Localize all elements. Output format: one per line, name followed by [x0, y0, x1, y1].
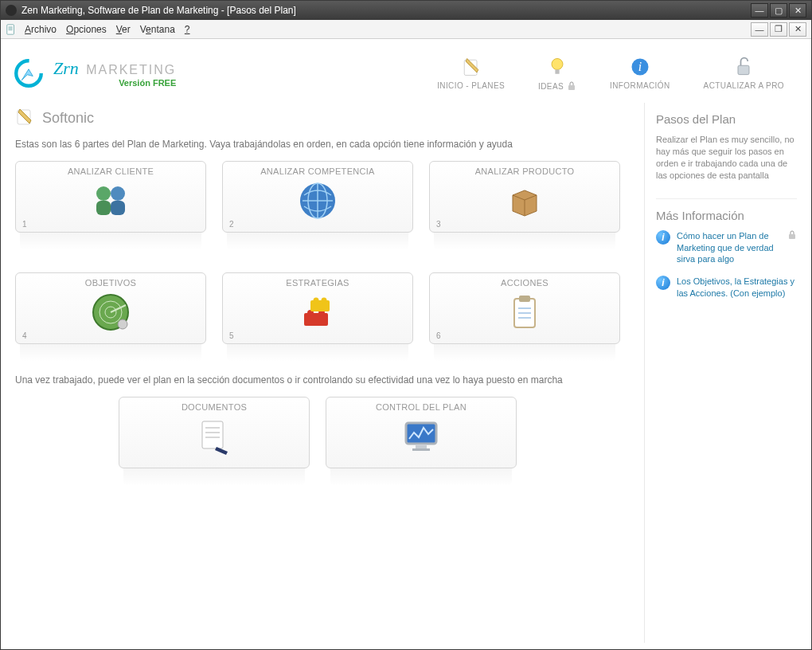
card-acciones[interactable]: ACCIONES 6 [429, 272, 620, 362]
svg-rect-7 [555, 70, 559, 74]
header: Zrn MARKETING Versión FREE INICIO - PLAN… [12, 49, 800, 98]
card-title: ANALIZAR COMPETENCIA [260, 166, 375, 176]
svg-rect-36 [202, 421, 223, 448]
card-number: 6 [436, 331, 441, 340]
nav-informacion[interactable]: i INFORMACIÓN [610, 56, 670, 91]
window-titlebar: Zen Marketing, Software de Plan de Marke… [1, 1, 811, 20]
menu-bar: Archivo Opciones Ver Ventana ? — ❐ ✕ [1, 20, 811, 39]
svg-rect-2 [9, 28, 13, 29]
menu-ventana[interactable]: Ventana [137, 22, 178, 37]
mdi-close-button[interactable]: ✕ [789, 22, 806, 37]
main-content: Softonic Estas son las 6 partes del Plan… [12, 103, 644, 643]
lightbulb-icon [546, 56, 568, 78]
card-title: CONTROL DEL PLAN [376, 402, 467, 412]
svg-rect-3 [9, 29, 13, 30]
document-icon [6, 24, 17, 35]
mdi-minimize-button[interactable]: — [751, 22, 768, 37]
card-control-del-plan[interactable]: CONTROL DEL PLAN [326, 397, 517, 486]
card-number: 3 [436, 220, 441, 229]
window-title: Zen Marketing, Software de Plan de Marke… [21, 5, 751, 16]
svg-rect-1 [9, 26, 13, 27]
card-documentos[interactable]: DOCUMENTOS [119, 397, 310, 486]
card-analizar-cliente[interactable]: ANALIZAR CLIENTE 1 [15, 161, 206, 250]
mdi-restore-button[interactable]: ❐ [770, 22, 787, 37]
menu-opciones[interactable]: Opciones [63, 22, 110, 37]
logo-marketing: MARKETING [86, 63, 176, 76]
nav-label: INICIO - PLANES [437, 81, 505, 90]
svg-point-24 [118, 319, 127, 329]
svg-rect-43 [789, 234, 795, 239]
sidebar-heading-moreinfo: Más Información [656, 209, 797, 222]
menu-help[interactable]: ? [182, 22, 193, 37]
svg-rect-14 [96, 201, 111, 215]
secondary-grid: DOCUMENTOS CONTROL DEL PLAN [15, 397, 620, 486]
card-number: 1 [22, 220, 27, 229]
window-close-button[interactable]: ✕ [789, 3, 806, 18]
nav-label: IDEAS [538, 81, 576, 91]
card-number: 4 [22, 331, 27, 340]
lego-icon [296, 291, 339, 334]
card-analizar-producto[interactable]: ANALIZAR PRODUCTO 3 [429, 161, 620, 250]
plan-steps-grid: ANALIZAR CLIENTE 1 ANALIZAR COMPETENCIA [15, 161, 641, 362]
padlock-open-icon [732, 56, 755, 78]
card-estrategias[interactable]: ESTRATEGIAS 5 [222, 272, 413, 362]
lock-icon [567, 81, 576, 91]
card-number: 5 [229, 331, 234, 340]
nav-inicio-planes[interactable]: INICIO - PLANES [437, 56, 505, 91]
svg-rect-8 [568, 85, 575, 90]
card-title: OBJETIVOS [85, 278, 136, 288]
svg-text:i: i [638, 60, 642, 73]
pencil-icon [15, 108, 34, 129]
menu-archivo[interactable]: Archivo [21, 22, 60, 37]
card-objetivos[interactable]: OBJETIVOS 4 [15, 272, 206, 362]
app-icon [6, 5, 17, 16]
lock-icon [787, 230, 797, 240]
svg-rect-16 [111, 201, 125, 215]
svg-point-15 [111, 186, 125, 201]
window-maximize-button[interactable]: ▢ [770, 3, 787, 18]
logo-icon [12, 57, 45, 90]
people-icon [89, 179, 132, 222]
sidebar-heading-steps: Pasos del Plan [656, 112, 797, 126]
svg-rect-11 [738, 65, 749, 74]
svg-point-13 [96, 186, 111, 201]
nav-label: INFORMACIÓN [610, 81, 670, 90]
sidebar-link-1[interactable]: i Cómo hacer un Plan de Marketing que de… [656, 230, 797, 264]
svg-rect-28 [310, 300, 330, 311]
boxes-icon [503, 179, 546, 222]
clipboard-icon [503, 291, 546, 334]
secondary-text: Una vez trabajado, puede ver el plan en … [15, 374, 641, 386]
sidebar-link-2[interactable]: i Los Objetivos, la Estrategias y las Ac… [656, 276, 797, 299]
globe-icon [296, 179, 339, 222]
radar-icon [89, 291, 132, 334]
info-icon: i [629, 56, 651, 78]
sidebar-description: Realizar el Plan es muy sencillo, no hay… [656, 134, 797, 181]
sidebar-link-text: Los Objetivos, la Estrategias y las Acci… [677, 276, 797, 299]
sidebar-separator [656, 198, 797, 199]
card-title: ACCIONES [501, 278, 548, 288]
logo-version: Versión FREE [119, 79, 176, 88]
card-title: ANALIZAR CLIENTE [68, 166, 154, 176]
svg-rect-41 [416, 445, 427, 448]
card-title: ESTRATEGIAS [286, 278, 349, 288]
nav-actualizar-pro[interactable]: ACTUALIZAR A PRO [704, 56, 784, 91]
card-number: 2 [229, 220, 234, 229]
menu-ver[interactable]: Ver [113, 22, 134, 37]
nav-ideas[interactable]: IDEAS [538, 56, 576, 91]
pencil-paper-icon [460, 56, 482, 78]
card-analizar-competencia[interactable]: ANALIZAR COMPETENCIA 2 [222, 161, 413, 250]
svg-point-29 [314, 298, 319, 303]
svg-rect-25 [304, 313, 328, 326]
document-icon [193, 415, 236, 458]
sidebar-link-text: Cómo hacer un Plan de Marketing que de v… [677, 230, 781, 264]
top-nav: INICIO - PLANES IDEAS i INFORMACIÓN [437, 56, 800, 91]
logo: Zrn MARKETING Versión FREE [12, 57, 176, 90]
card-title: ANALIZAR PRODUCTO [475, 166, 575, 176]
card-title: DOCUMENTOS [182, 402, 247, 412]
page-title: Softonic [42, 110, 94, 127]
sidebar: Pasos del Plan Realizar el Plan es muy s… [644, 103, 800, 643]
svg-point-30 [322, 298, 327, 303]
nav-label: ACTUALIZAR A PRO [704, 81, 784, 90]
monitor-chart-icon [400, 415, 443, 458]
window-minimize-button[interactable]: — [751, 3, 768, 18]
